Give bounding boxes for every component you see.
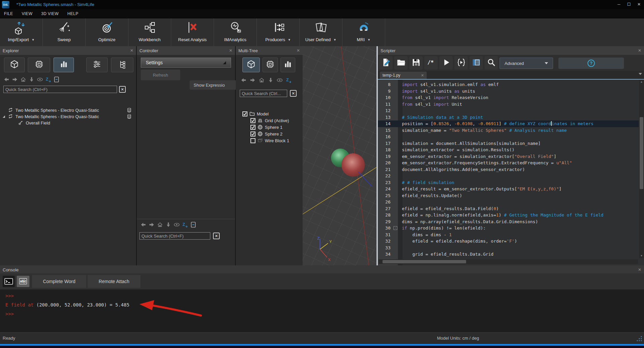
code-line-28[interactable]: 28efield = np.linalg.norm(efield,axis=1)… — [378, 212, 639, 219]
sphere-2-red[interactable] — [341, 153, 365, 177]
close-button[interactable]: ✕ — [634, 0, 644, 9]
model-view-button[interactable] — [4, 58, 25, 72]
collapse-icon[interactable] — [53, 76, 60, 84]
forward-icon[interactable] — [249, 77, 256, 85]
toolbar-optimize[interactable]: Optimize — [86, 18, 128, 46]
back-icon[interactable] — [140, 222, 146, 229]
down-icon[interactable] — [267, 77, 274, 85]
toolbar-imanalytics[interactable]: IMAnalytics — [214, 18, 257, 46]
toolbar-workbench[interactable]: Workbench — [128, 18, 171, 46]
down-icon[interactable] — [28, 76, 35, 84]
menu-help[interactable]: HELP — [67, 11, 78, 16]
back-icon[interactable] — [240, 77, 247, 85]
forward-icon[interactable] — [148, 222, 155, 229]
vertical-scroll-thumb[interactable] — [640, 117, 643, 189]
back-icon[interactable] — [3, 76, 10, 84]
console-log-button[interactable] — [469, 56, 483, 70]
tree-view-button[interactable] — [111, 58, 133, 72]
model-tree-row[interactable]: Sphere 1 — [236, 124, 303, 130]
code-line-12[interactable]: 12 — [378, 107, 639, 114]
toolbar-user-defined[interactable]: User Defined▼ — [300, 18, 342, 46]
tab-temp-1-py[interactable]: temp-1.py ✕ — [380, 72, 427, 79]
code-line-25[interactable]: 25efield_results.Update() — [378, 192, 639, 199]
menu-file[interactable]: FILE — [4, 11, 13, 16]
code-editor[interactable]: 8import s4l_v1.simulation.emlf as emlf9i… — [378, 80, 644, 265]
dropdown-caret-icon[interactable]: ▼ — [31, 38, 34, 41]
model-tree-row[interactable]: Model — [236, 110, 303, 117]
model-tree-row[interactable]: Wire Block 1 — [236, 137, 303, 144]
console-output[interactable]: >>>E field at (200.000, 52.000, 23.000) … — [5, 291, 129, 319]
analysis-view-button[interactable] — [281, 58, 295, 72]
sweep-view-button[interactable] — [86, 58, 108, 72]
zoom-to-icon[interactable]: Z — [286, 77, 292, 85]
code-line-30[interactable]: 30−if np.prod(dims) != len(efield): — [378, 225, 639, 232]
resize-grip-icon[interactable] — [636, 335, 643, 342]
model-view-button[interactable] — [242, 58, 260, 72]
code-line-19[interactable]: 19em_sensor_extractor = simulation_extra… — [378, 153, 639, 160]
model-tree-row[interactable]: Grid (Active) — [236, 117, 303, 124]
down-icon[interactable] — [165, 222, 172, 229]
forward-icon[interactable] — [12, 76, 18, 84]
advanced-dropdown[interactable]: Advanced — [500, 58, 553, 69]
multitree-close-icon[interactable]: ✕ — [297, 48, 300, 53]
code-line-17[interactable]: 17simulation = document.AllSimulations[s… — [378, 140, 639, 147]
explorer-search-clear-icon[interactable]: ✕ — [119, 86, 126, 93]
home-icon[interactable] — [258, 77, 265, 85]
checkbox-checked[interactable] — [242, 111, 247, 116]
comment-button[interactable]: /* — [424, 56, 438, 70]
editor-vertical-scrollbar[interactable]: ▲ ▼ — [639, 80, 644, 258]
dropdown-caret-icon[interactable]: ▼ — [288, 38, 291, 41]
horizontal-scroll-thumb[interactable] — [383, 260, 466, 263]
scroll-down-icon[interactable]: ▼ — [639, 254, 644, 257]
code-line-8[interactable]: 8import s4l_v1.simulation.emlf as emlf — [378, 81, 639, 88]
settings-dropdown[interactable]: Settings — [141, 58, 231, 68]
multitree-search-input[interactable]: Quick Search (Ctrl... — [240, 90, 287, 97]
checkbox-checked[interactable] — [250, 118, 255, 123]
save-script-button[interactable] — [409, 56, 423, 70]
help-button[interactable]: ? — [558, 58, 624, 69]
tree-row[interactable]: Two Metallic Spheres - Electro Quasi-Sta… — [0, 107, 136, 113]
maximize-button[interactable]: ☐ — [624, 0, 634, 9]
multitree-search-clear-icon[interactable]: ✕ — [290, 90, 297, 97]
code-line-14[interactable]: 14position = [0.8526, -0.0108, -0.06911]… — [378, 120, 639, 127]
code-line-15[interactable]: 15simulation_name = "Two Metallic Sphere… — [378, 127, 639, 134]
code-line-33[interactable]: 33 — [378, 245, 639, 251]
console-close-icon[interactable]: ✕ — [638, 267, 641, 272]
show-expression-button[interactable]: Show Expressio — [190, 80, 236, 90]
visibility-icon[interactable] — [37, 76, 43, 84]
code-line-22[interactable]: 22 — [378, 173, 639, 179]
menu-3d-view[interactable]: 3D VIEW — [41, 11, 59, 16]
new-script-button[interactable] — [379, 56, 393, 70]
code-line-29[interactable]: 29dims = np.array(efield_results.Data.Gr… — [378, 219, 639, 225]
code-line-21[interactable]: 21document.AllAlgorithms.Add(em_sensor_e… — [378, 166, 639, 173]
controller-search-clear-icon[interactable]: ✕ — [213, 233, 220, 239]
tree-row[interactable]: Overall Field — [0, 120, 136, 126]
code-line-13[interactable]: 13# Simulation data at a 3D point — [378, 114, 639, 121]
analysis-view-button[interactable] — [53, 58, 74, 72]
code-line-16[interactable]: 16 — [378, 134, 639, 140]
expander-icon[interactable] — [3, 115, 5, 118]
terminal-icon[interactable] — [3, 276, 15, 287]
scripter-close-icon[interactable]: ✕ — [638, 48, 641, 53]
toolbar-sweep[interactable]: Sweep — [43, 18, 86, 46]
search-button[interactable] — [485, 56, 498, 70]
run-selection-button[interactable] — [454, 56, 468, 70]
fold-marker-icon[interactable]: − — [394, 226, 397, 230]
toolbar-reset-analysis[interactable]: Reset Analysis — [171, 18, 214, 46]
remote-attach-button[interactable]: Remote Attach — [88, 275, 140, 288]
visibility-icon[interactable] — [174, 222, 180, 229]
tab-close-icon[interactable]: ✕ — [421, 73, 424, 78]
code-line-18[interactable]: 18simulation_extractor = simulation.Resu… — [378, 147, 639, 153]
run-button[interactable] — [439, 56, 453, 70]
code-line-26[interactable]: 26 — [378, 199, 639, 205]
code-line-24[interactable]: 24efield_result = em_sensor_extractor.Ou… — [378, 186, 639, 192]
checkbox-unchecked[interactable] — [250, 138, 255, 143]
home-icon[interactable] — [157, 222, 163, 229]
simulation-view-button[interactable] — [262, 58, 278, 72]
refresh-button[interactable]: Refresh — [141, 70, 180, 80]
code-line-10[interactable]: 10from s4l_v1 import ReleaseVersion — [378, 94, 639, 101]
complete-word-button[interactable]: Complete Word — [32, 275, 86, 288]
zoom-to-icon[interactable]: Z — [45, 76, 51, 84]
controller-search-input[interactable]: Quick Search (Ctrl+F) — [139, 232, 210, 240]
dropdown-caret-icon[interactable]: ▼ — [333, 38, 336, 41]
